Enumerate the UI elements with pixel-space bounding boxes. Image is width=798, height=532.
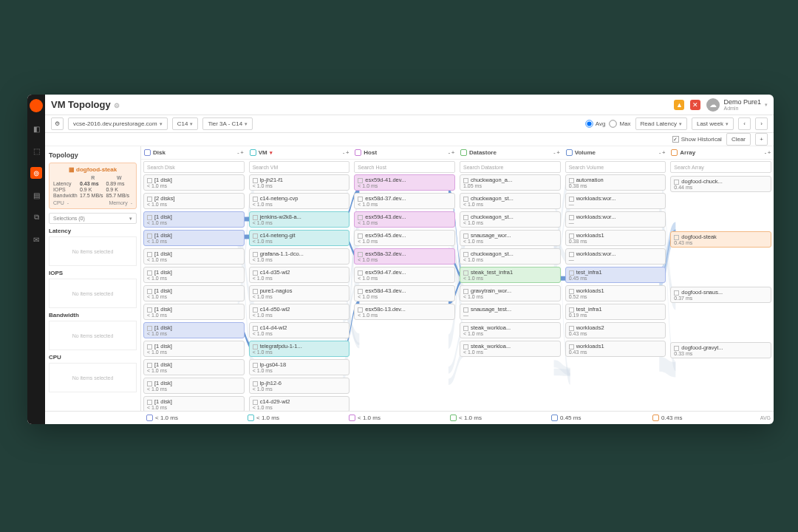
next-button[interactable]: › xyxy=(755,117,768,130)
node[interactable]: esx58d-43.dev...< 1.0 ms xyxy=(354,285,455,301)
col-header[interactable]: Host- + xyxy=(352,146,457,160)
node[interactable]: workloads:wor...— xyxy=(565,193,666,209)
gear-icon[interactable]: ⚙ xyxy=(114,102,120,109)
col-header[interactable]: Volume- + xyxy=(563,146,669,160)
nav-rail: ◧ ⬚ ⊚ ▤ ⧉ ✉ xyxy=(27,95,45,424)
node[interactable]: test_infra10.19 ms xyxy=(565,304,666,320)
col-header[interactable]: Disk- + xyxy=(141,146,247,160)
node[interactable]: dogfood-steak0.43 ms xyxy=(670,231,771,248)
node[interactable]: lp-gs04-18< 1.0 ms xyxy=(249,359,350,375)
show-historical-toggle[interactable]: ✓Show Historical xyxy=(672,136,722,143)
node[interactable]: lp-jh12-6< 1.0 ms xyxy=(249,378,350,394)
nav-item-6[interactable]: ✉ xyxy=(30,233,42,245)
node[interactable]: c14-neteng-cvp< 1.0 ms xyxy=(249,193,350,209)
logo-icon[interactable] xyxy=(30,99,43,112)
app-window: ◧ ⬚ ⊚ ▤ ⧉ ✉ VM Topology⚙ ▲ ✕ ☁ Demo Pure… xyxy=(27,95,774,424)
node[interactable]: workloads20.43 ms xyxy=(565,322,666,338)
node[interactable]: [1 disk]< 1.0 ms xyxy=(143,341,245,357)
node[interactable]: [1 disk]< 1.0 ms xyxy=(143,248,245,265)
node[interactable]: [1 disk]< 1.0 ms xyxy=(143,267,245,283)
topology-canvas: Disk- +Search Disk[1 disk]< 1.0 ms[2 dis… xyxy=(141,146,774,411)
node[interactable]: snausage_test...— xyxy=(460,304,561,320)
node[interactable]: pure1-nagios< 1.0 ms xyxy=(249,285,350,301)
nav-item-1[interactable]: ◧ xyxy=(30,123,42,134)
node[interactable]: c14-d4-wl2< 1.0 ms xyxy=(249,322,350,338)
node[interactable]: steak_test_infra1< 1.0 ms xyxy=(460,267,561,283)
col-header[interactable]: Array- + xyxy=(668,146,774,160)
user-menu[interactable]: ☁ Demo Pure1 Admin ▾ xyxy=(706,98,768,112)
node[interactable]: chuckwagon_a...1.05 ms xyxy=(460,174,561,191)
node[interactable]: [1 disk]< 1.0 ms xyxy=(143,230,245,246)
node[interactable]: esx59d-41.dev...< 1.0 ms xyxy=(354,174,455,191)
search-input[interactable]: Search Array xyxy=(670,161,771,173)
nav-item-2[interactable]: ⬚ xyxy=(30,145,42,157)
node[interactable]: dogfood-snaus...0.37 ms xyxy=(670,287,771,303)
node[interactable]: gravytrain_wor...< 1.0 ms xyxy=(460,285,561,301)
node[interactable]: grafana-1.1-dco...< 1.0 ms xyxy=(249,248,350,265)
node[interactable]: chuckwagon_st...< 1.0 ms xyxy=(460,211,561,228)
add-button[interactable]: + xyxy=(755,133,768,146)
breadcrumb-2[interactable]: Tier 3A - C14 xyxy=(202,117,253,130)
nav-item-5[interactable]: ⧉ xyxy=(30,211,42,223)
node[interactable]: dogfood-chuck...0.44 ms xyxy=(670,176,771,192)
aggregation-toggle[interactable]: AvgMax xyxy=(582,119,631,129)
search-input[interactable]: Search Datastore xyxy=(460,161,561,173)
scope-dropdown[interactable]: vcse-2016.dev.purestorage.com xyxy=(68,117,168,130)
node[interactable]: [1 disk]< 1.0 ms xyxy=(143,304,245,320)
node[interactable]: workloads:wor...— xyxy=(565,211,666,228)
node[interactable]: c14-d35-wl2< 1.0 ms xyxy=(249,267,350,283)
node[interactable]: workloads10.52 ms xyxy=(565,285,666,301)
node[interactable]: dogfood-gravyt...0.33 ms xyxy=(670,342,771,358)
node[interactable]: telegrafpdu-1-1...< 1.0 ms xyxy=(249,341,350,357)
body: Topology ▦ dogfood-steak RW Latency0.43 … xyxy=(45,146,774,411)
node[interactable]: automation0.38 ms xyxy=(565,174,666,191)
search-input[interactable]: Search VM xyxy=(249,161,350,173)
node[interactable]: esx58d-37.dev...< 1.0 ms xyxy=(354,193,455,209)
node[interactable]: [1 disk]< 1.0 ms xyxy=(143,174,245,191)
clear-button[interactable]: Clear xyxy=(726,133,751,146)
node[interactable]: [1 disk]< 1.0 ms xyxy=(143,211,245,228)
breadcrumb-1[interactable]: C14 xyxy=(172,117,199,130)
node[interactable]: c14-neteng-git< 1.0 ms xyxy=(249,230,350,246)
node[interactable]: workloads10.43 ms xyxy=(565,341,666,357)
alert-warning-icon[interactable]: ▲ xyxy=(674,100,684,110)
node[interactable]: chuckwagon_st...< 1.0 ms xyxy=(460,193,561,209)
node[interactable]: [1 disk]< 1.0 ms xyxy=(143,285,245,301)
node[interactable]: esx59d-43.dev...< 1.0 ms xyxy=(354,211,455,228)
node[interactable]: jenkins-w2k8-a...< 1.0 ms xyxy=(249,211,350,228)
node[interactable]: c14-d29-wl2< 1.0 ms xyxy=(249,396,350,411)
col-header[interactable]: VM▾- + xyxy=(247,146,352,160)
node[interactable]: snausage_wor...< 1.0 ms xyxy=(460,230,561,246)
timerange-dropdown[interactable]: Last week xyxy=(692,117,734,130)
prev-button[interactable]: ‹ xyxy=(738,117,751,130)
node[interactable]: steak_workloa...< 1.0 ms xyxy=(460,341,561,357)
node[interactable]: [1 disk]< 1.0 ms xyxy=(143,396,245,411)
node[interactable]: esx58a-32.dev...< 1.0 ms xyxy=(354,248,455,265)
node[interactable]: [1 disk]< 1.0 ms xyxy=(143,378,245,394)
node[interactable]: [1 disk]< 1.0 ms xyxy=(143,359,245,375)
alert-error-icon[interactable]: ✕ xyxy=(690,100,700,110)
node[interactable]: chuckwagon_st...< 1.0 ms xyxy=(460,248,561,265)
selections-dropdown[interactable]: Selections (0) ▾ xyxy=(49,213,137,224)
nav-item-topology[interactable]: ⊚ xyxy=(30,167,42,179)
node[interactable]: esx58c-13.dev...< 1.0 ms xyxy=(354,304,455,320)
node-list: chuckwagon_a...1.05 mschuckwagon_st...< … xyxy=(457,174,563,411)
col-header[interactable]: Datastore- + xyxy=(457,146,563,160)
node-list: automation0.38 msworkloads:wor...—worklo… xyxy=(563,174,669,411)
node[interactable]: [1 disk]< 1.0 ms xyxy=(143,322,245,338)
settings-button[interactable]: ⚙ xyxy=(51,117,64,130)
node[interactable]: esx59d-47.dev...< 1.0 ms xyxy=(354,267,455,283)
search-input[interactable]: Search Disk xyxy=(143,161,245,173)
search-input[interactable]: Search Volume xyxy=(565,161,666,173)
search-input[interactable]: Search Host xyxy=(354,161,455,173)
node[interactable]: workloads:wor...— xyxy=(565,248,666,265)
node[interactable]: test_infra10.45 ms xyxy=(565,267,666,283)
node[interactable]: [2 disks]< 1.0 ms xyxy=(143,193,245,209)
metric-dropdown[interactable]: Read Latency xyxy=(635,117,687,130)
node[interactable]: steak_workloa...< 1.0 ms xyxy=(460,322,561,338)
node[interactable]: lp-jh21-f1< 1.0 ms xyxy=(249,174,350,191)
node[interactable]: esx59d-45.dev...< 1.0 ms xyxy=(354,230,455,246)
node[interactable]: workloads10.38 ms xyxy=(565,230,666,246)
nav-item-4[interactable]: ▤ xyxy=(30,189,42,201)
node[interactable]: c14-d50-wl2< 1.0 ms xyxy=(249,304,350,320)
